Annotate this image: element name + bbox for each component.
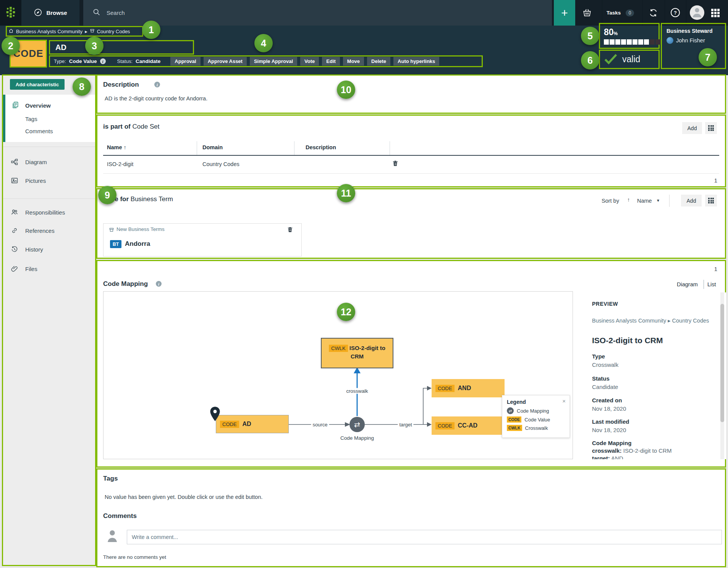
topbar-divider	[665, 0, 665, 26]
sidebar-item-responsibilities[interactable]: Responsibilities	[25, 209, 65, 216]
pictures-icon	[11, 177, 18, 184]
code-for-add-button[interactable]: Add	[681, 195, 702, 207]
edge-label-crosswalk: crosswalk	[345, 388, 369, 394]
diagram-node-target-2[interactable]: CODE CC-AD	[432, 416, 505, 435]
preview-panel: PREVIEW Business Analysts Community ▸ Co…	[576, 292, 726, 459]
diagram-node-target-1[interactable]: CODE AND	[432, 379, 505, 397]
sidebar-item-comments[interactable]: Comments	[25, 128, 53, 134]
preview-type-value: Crosswalk	[592, 361, 618, 368]
row-delete-icon[interactable]	[392, 160, 399, 167]
sidebar-item-diagram[interactable]: Diagram	[25, 159, 47, 165]
preview-title[interactable]: ISO-2-digit to CRM	[592, 336, 663, 345]
type-info-icon[interactable]: i	[100, 58, 106, 64]
validity-box: valid	[599, 50, 660, 69]
create-asset-button[interactable]: +	[554, 0, 575, 26]
status-label: Status:	[117, 58, 133, 64]
browse-button[interactable]: Browse	[21, 0, 79, 26]
legend-item: ⇄Code Mapping	[507, 407, 565, 414]
completeness-value: 80	[604, 27, 614, 37]
domain-icon	[90, 28, 95, 34]
auto-hyperlinks-button[interactable]: Auto hyperlinks	[393, 57, 439, 66]
app-logo[interactable]	[0, 0, 21, 26]
annotation-circle-6: 6	[581, 51, 599, 69]
column-header-domain[interactable]: Domain	[202, 144, 223, 150]
logo-icon	[4, 6, 17, 20]
asset-title-box: AD	[49, 40, 194, 55]
preview-type-label: Type	[592, 353, 605, 360]
approve-asset-button[interactable]: Approve Asset	[204, 57, 247, 66]
edit-button[interactable]: Edit	[322, 57, 340, 66]
preview-scrollbar-thumb[interactable]	[720, 304, 724, 422]
legend-item: CODECode Value	[507, 416, 565, 423]
diagram-node-source[interactable]: CODE AD	[216, 415, 289, 433]
browse-label: Browse	[46, 10, 67, 16]
delete-button[interactable]: Delete	[367, 57, 390, 66]
preview-crosswalk-row: crosswalk: ISO-2-digit to CRM	[592, 447, 671, 454]
diagram-node-crosswalk[interactable]: CWLK ISO-2-digit to CRM	[321, 338, 393, 368]
breadcrumb-community[interactable]: Business Analysts Community	[16, 29, 83, 34]
preview-status-label: Status	[592, 375, 610, 382]
description-info-icon[interactable]: i	[154, 82, 160, 87]
code-mapping-info-icon[interactable]: i	[156, 281, 162, 287]
search-icon	[92, 8, 100, 18]
is-part-of-add-button[interactable]: Add	[682, 122, 702, 134]
sidebar-item-tags[interactable]: Tags	[25, 116, 37, 122]
sidebar-item-history[interactable]: History	[25, 246, 43, 253]
completeness-box: 80%	[599, 23, 660, 49]
add-characteristic-button[interactable]: Add characteristic	[10, 79, 65, 90]
history-icon	[11, 245, 18, 253]
code-mapping-hub-icon[interactable]: ⇄	[349, 417, 365, 432]
steward-name[interactable]: John Fisher	[676, 37, 705, 44]
sidebar-item-files[interactable]: Files	[25, 266, 37, 272]
asset-title: AD	[55, 43, 66, 52]
approval-button[interactable]: Approval	[170, 57, 200, 66]
source-node-label: AD	[243, 421, 251, 428]
business-term-name[interactable]: Andorra	[125, 240, 150, 248]
apps-grid-icon[interactable]	[711, 9, 720, 17]
simple-approval-button[interactable]: Simple Approval	[250, 57, 297, 66]
basket-icon[interactable]	[582, 8, 592, 19]
annotation-circle-12: 12	[337, 303, 355, 321]
sidebar-item-references[interactable]: References	[25, 228, 55, 234]
table-row-name[interactable]: ISO-2-digit	[107, 161, 133, 167]
card-delete-icon[interactable]	[287, 226, 294, 233]
preview-modified-label: Last modified	[592, 418, 629, 425]
business-term-card[interactable]: New Business Terms BT Andorra	[103, 223, 302, 257]
sidebar-item-pictures[interactable]: Pictures	[25, 178, 46, 184]
sync-icon[interactable]	[649, 8, 658, 19]
tasks-button[interactable]: Tasks	[607, 10, 621, 16]
preview-created-label: Created on	[592, 397, 622, 403]
view-toggle-list[interactable]: List	[707, 281, 716, 287]
comment-avatar	[106, 529, 118, 544]
chevron-down-icon[interactable]: ▾	[657, 198, 659, 203]
hub-label: Code Mapping	[339, 435, 375, 441]
help-icon[interactable]: ?	[671, 8, 680, 17]
sort-direction-icon[interactable]: ↑	[627, 197, 630, 203]
preview-modified-value: Nov 18, 2020	[592, 427, 626, 433]
annotation-circle-2: 2	[2, 37, 20, 55]
table-row-domain[interactable]: Country Codes	[202, 161, 239, 167]
move-button[interactable]: Move	[343, 57, 364, 66]
sort-field-dropdown[interactable]: Name	[637, 198, 652, 204]
diagram-icon	[11, 158, 18, 166]
sort-by-label: Sort by	[602, 198, 619, 204]
view-toggle-diagram[interactable]: Diagram	[677, 281, 698, 287]
search-input[interactable]	[106, 9, 336, 16]
column-header-description[interactable]: Description	[306, 144, 336, 150]
tags-title: Tags	[103, 475, 118, 482]
legend-close-icon[interactable]: ×	[562, 398, 566, 404]
type-label: Type:	[54, 58, 66, 64]
code-for-columns-button[interactable]	[705, 195, 717, 207]
breadcrumb-domain[interactable]: Country Codes	[97, 29, 130, 34]
completeness-bar	[604, 39, 660, 45]
vote-button[interactable]: Vote	[300, 57, 319, 66]
sidebar-item-overview[interactable]: Overview	[25, 102, 51, 109]
comment-input[interactable]	[127, 530, 722, 544]
column-header-name[interactable]: Name ↑	[107, 144, 126, 150]
asset-status-row: Type: Code Value i Status: Candidate App…	[49, 55, 483, 67]
annotation-circle-3: 3	[85, 37, 104, 55]
user-avatar[interactable]	[690, 5, 704, 20]
tags-empty-text[interactable]: No value has been given yet. Double clic…	[105, 494, 263, 500]
is-part-of-columns-button[interactable]	[705, 122, 717, 134]
is-part-of-page-number: 1	[707, 177, 717, 184]
